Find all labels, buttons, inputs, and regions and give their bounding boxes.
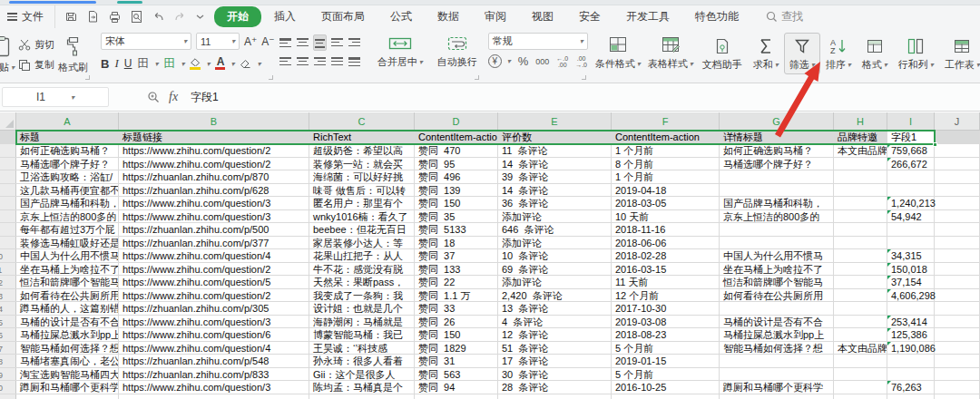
cell-H10[interactable] bbox=[834, 249, 887, 262]
row-number[interactable]: 15 bbox=[0, 316, 16, 328]
cell-D8[interactable]: 赞同 5133 bbox=[415, 223, 498, 236]
find-button[interactable]: 查找 bbox=[766, 9, 803, 24]
sort-button[interactable]: AZ排序▾ bbox=[820, 33, 857, 74]
justify-button[interactable] bbox=[330, 54, 344, 68]
cell-I18[interactable] bbox=[887, 355, 935, 367]
cell-E15[interactable]: 4 条评论 bbox=[498, 316, 612, 328]
cell-A15[interactable]: 马桶的设计是否有不合 bbox=[16, 316, 119, 328]
cell-B21[interactable] bbox=[119, 394, 309, 399]
cell-F3[interactable]: 8 个月前 bbox=[612, 158, 720, 170]
cell-J21[interactable] bbox=[935, 394, 980, 399]
cell-D17[interactable]: 赞同 1829 bbox=[415, 342, 498, 355]
cell-C10[interactable]: 花果山扛把子：从人 bbox=[309, 249, 415, 262]
cell-G3[interactable]: 马桶选哪个牌子好？ bbox=[720, 158, 834, 170]
align-center-button[interactable] bbox=[296, 54, 309, 68]
comma-format-button[interactable]: 000 bbox=[535, 57, 549, 66]
cell-H13[interactable] bbox=[834, 289, 887, 302]
wrap-text-button[interactable]: 自动换行 bbox=[434, 33, 481, 72]
increase-indent-button[interactable] bbox=[348, 34, 361, 51]
cell-E19[interactable]: 30 条评论 bbox=[498, 368, 612, 381]
cell-E16[interactable]: 12 条评论 bbox=[498, 328, 612, 341]
cell-A16[interactable]: 马桶拉屎总溅水到pp上 bbox=[16, 328, 119, 341]
cell-F8[interactable]: 2018-11-16 bbox=[612, 223, 720, 236]
cell-B4[interactable]: https://zhuanlan.zhihu.com/p/870 bbox=[119, 170, 309, 183]
cell-E14[interactable]: 13 条评论 bbox=[498, 302, 612, 315]
cell-D10[interactable]: 赞同 37 bbox=[415, 249, 498, 262]
cell-E18[interactable]: 17 条评论 bbox=[498, 355, 612, 367]
cell-A18[interactable]: 马桶堵塞真闹心，老公 bbox=[16, 355, 119, 367]
cell-E9[interactable]: 添加评论 bbox=[498, 237, 612, 249]
cell-I20[interactable]: 76,263 bbox=[887, 381, 935, 394]
cell-shading-button[interactable]: 田▾ bbox=[163, 55, 184, 72]
row-number[interactable]: 12 bbox=[0, 276, 16, 288]
cell-A10[interactable]: 中国人为什么用不惯马 bbox=[16, 249, 119, 262]
cell-C16[interactable]: 博蒙智能马桶：我已 bbox=[309, 328, 415, 341]
cell-A8[interactable]: 每年都有超过3万个屁 bbox=[16, 223, 119, 236]
cell-D12[interactable]: 赞同 22 bbox=[415, 276, 498, 288]
cell-I4[interactable] bbox=[887, 170, 935, 183]
column-header-J[interactable]: J bbox=[935, 112, 980, 130]
cell-G7[interactable]: 京东上恒洁的800多的 bbox=[720, 210, 834, 223]
cell-G8[interactable] bbox=[720, 223, 834, 236]
align-bottom-button[interactable] bbox=[313, 34, 327, 51]
column-header-A[interactable]: A bbox=[16, 112, 119, 130]
cell-C3[interactable]: 装修第一站：就会买 bbox=[309, 158, 415, 170]
menu-tab-1[interactable]: 开始 bbox=[214, 6, 261, 27]
cell-H1[interactable]: 品牌特邀 bbox=[834, 131, 887, 143]
row-number[interactable]: 7 bbox=[0, 210, 16, 223]
cell-C8[interactable]: beebee：但花无百日 bbox=[309, 223, 415, 236]
cell-F11[interactable]: 2016-03-15 bbox=[612, 263, 720, 276]
cell-A21[interactable] bbox=[16, 394, 119, 399]
align-middle-button[interactable] bbox=[296, 34, 309, 51]
column-header-G[interactable]: G bbox=[720, 112, 834, 130]
cell-I21[interactable] bbox=[887, 394, 935, 399]
borders-button[interactable]: 田▾ bbox=[137, 55, 158, 72]
cell-D11[interactable]: 赞同 133 bbox=[415, 263, 498, 276]
cell-G4[interactable] bbox=[720, 170, 834, 183]
cell-C11[interactable]: 牛不花：感觉没有脱 bbox=[309, 263, 415, 276]
cell-B7[interactable]: https://www.zhihu.com/question/3 bbox=[119, 210, 309, 223]
cell-I17[interactable]: 1,190,086 bbox=[887, 342, 935, 355]
cell-B14[interactable]: https://zhuanlan.zhihu.com/p/305 bbox=[119, 302, 309, 315]
cell-G9[interactable] bbox=[720, 237, 834, 249]
cut-button[interactable]: 剪切 bbox=[18, 38, 54, 52]
cell-I3[interactable]: 266,672 bbox=[887, 158, 935, 170]
number-format-select[interactable]: 常规▾ bbox=[488, 33, 588, 50]
conditional-format-button[interactable]: 条件格式▾ bbox=[592, 33, 644, 73]
cell-F15[interactable]: 2019-03-08 bbox=[612, 316, 720, 328]
table-style-button[interactable]: 表格样式▾ bbox=[644, 33, 697, 73]
cell-D3[interactable]: 赞同 95 bbox=[415, 158, 498, 170]
cell-E5[interactable]: 14 条评论 bbox=[498, 184, 612, 197]
cell-J2[interactable] bbox=[935, 144, 980, 157]
undo-button[interactable] bbox=[152, 10, 165, 24]
cell-E11[interactable]: 69 条评论 bbox=[498, 263, 612, 276]
cell-C19[interactable]: Gii：这个是很多人 bbox=[309, 368, 415, 381]
paste-button[interactable]: 粘贴▾ bbox=[0, 33, 18, 77]
increase-decimal-button[interactable]: ←.0.00 bbox=[556, 55, 568, 68]
row-number[interactable]: 9 bbox=[0, 237, 16, 249]
cell-E6[interactable]: 36 条评论 bbox=[498, 197, 612, 209]
cell-I15[interactable]: 253,414 bbox=[887, 316, 935, 328]
align-top-button[interactable] bbox=[279, 34, 292, 51]
column-header-I[interactable]: I bbox=[887, 112, 935, 130]
cell-B19[interactable]: https://zhuanlan.zhihu.com/p/833 bbox=[119, 368, 309, 381]
cell-G2[interactable]: 如何正确选购马桶？ bbox=[720, 144, 834, 157]
cell-F10[interactable]: 2018-02-28 bbox=[612, 249, 720, 262]
font-family-select[interactable]: 宋体▾ bbox=[101, 33, 191, 50]
cell-B1[interactable]: 标题链接 bbox=[119, 131, 309, 143]
redo-button[interactable] bbox=[173, 10, 187, 24]
cell-A13[interactable]: 如何看待在公共厕所用 bbox=[16, 289, 119, 302]
menu-tab-8[interactable]: 安全 bbox=[566, 6, 613, 27]
cell-A19[interactable]: 淘宝选购智能马桶四大 bbox=[16, 368, 119, 381]
cell-B8[interactable]: https://zhuanlan.zhihu.com/p/500 bbox=[119, 223, 309, 236]
format-painter-button[interactable]: 格式刷 bbox=[54, 33, 92, 77]
cell-I16[interactable]: 125,386 bbox=[887, 328, 935, 341]
cell-A9[interactable]: 装修选马桶虹吸好还是 bbox=[16, 237, 119, 249]
cell-I7[interactable]: 54,942 bbox=[887, 210, 935, 223]
cell-E17[interactable]: 51 条评论 bbox=[498, 342, 612, 355]
cell-F4[interactable]: 1 个月前 bbox=[612, 170, 720, 183]
cell-A11[interactable]: 坐在马桶上为啥拉不了 bbox=[16, 263, 119, 276]
cell-J15[interactable] bbox=[935, 316, 980, 328]
cell-A12[interactable]: 恒洁和箭牌哪个智能马 bbox=[16, 276, 119, 288]
sum-button[interactable]: 求和▾ bbox=[748, 33, 784, 74]
